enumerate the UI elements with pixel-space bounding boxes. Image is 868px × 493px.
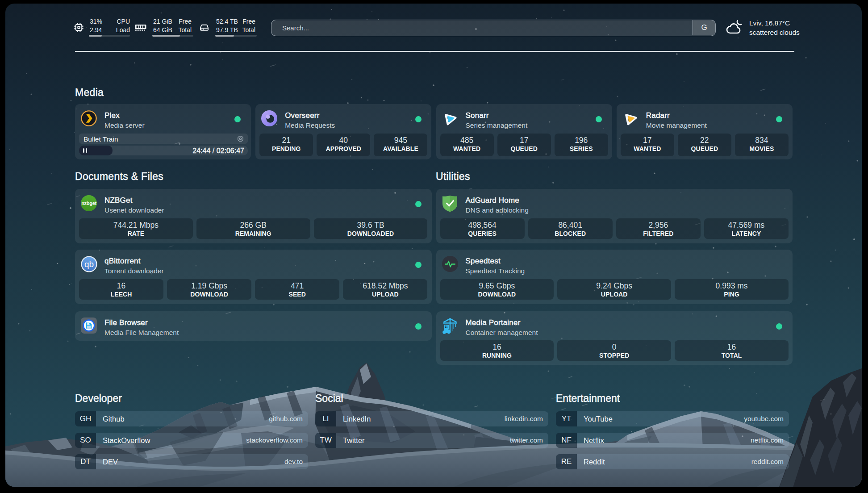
svg-text:nzbget: nzbget	[81, 201, 96, 206]
svg-text:qb: qb	[84, 259, 94, 269]
